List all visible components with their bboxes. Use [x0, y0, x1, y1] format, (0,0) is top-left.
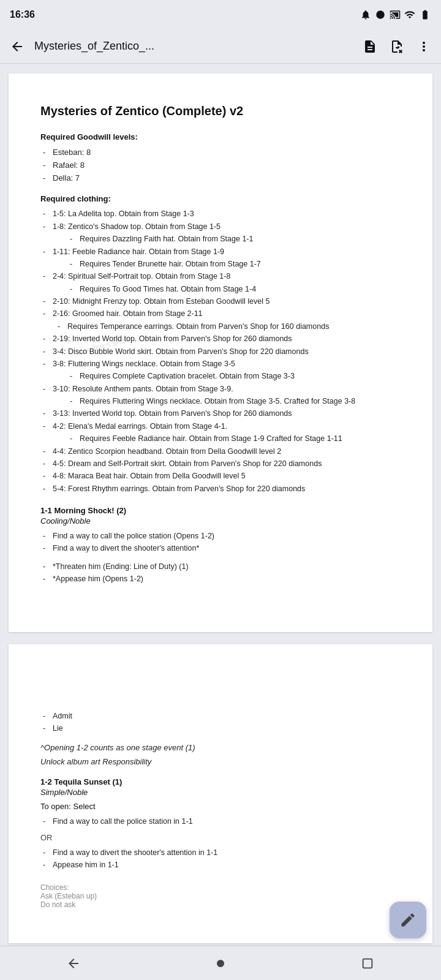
list-item: 2-4: Spiritual Self-Portrait top. Obtain…: [40, 271, 401, 295]
list-item: 3-4: Disco Bubble World skirt. Obtain fr…: [40, 346, 401, 358]
search-icon-button[interactable]: [385, 34, 409, 59]
list-item: Appease him in 1-1: [40, 859, 401, 871]
nav-recents-button[interactable]: [350, 946, 385, 981]
app-bar-actions: [358, 34, 436, 59]
list-item: Lie: [40, 723, 401, 734]
list-item: 5-4: Forest Rhythm earrings. Obtain from…: [40, 483, 401, 495]
nav-back-icon: [66, 956, 81, 971]
list-item: 4-2: Elena's Medal earrings. Obtain from…: [40, 421, 401, 445]
stage-1-2-or-tasks: Find a way to divert the shooter's atten…: [40, 847, 401, 872]
list-item: 1-5: La Adelita top. Obtain from Stage 1…: [40, 208, 401, 220]
list-item: 2-16: Groomed hair. Obtain from Stage 2-…: [40, 308, 401, 320]
list-item: Requires Temperance earrings. Obtain fro…: [40, 321, 401, 333]
choices-sub-1: Ask (Esteban up): [40, 892, 401, 900]
stage-1-1-tasks: Find a way to call the police station (O…: [40, 530, 401, 555]
document-icon-button[interactable]: [358, 34, 382, 59]
nav-recents-icon: [361, 957, 374, 970]
stage-1-2-tasks: Find a way to call the police station in…: [40, 816, 401, 827]
status-bar: 16:36: [0, 0, 441, 29]
status-time: 16:36: [10, 9, 35, 20]
list-item: Requires Dazzling Faith hat. Obtain from…: [53, 233, 401, 245]
search-in-doc-icon: [390, 39, 404, 54]
back-button[interactable]: [5, 34, 29, 59]
clothing-heading: Required clothing:: [40, 194, 401, 203]
list-item: Admit: [40, 710, 401, 722]
list-item: 4-8: Maraca Beat hair. Obtain from Della…: [40, 470, 401, 482]
edit-icon: [399, 911, 417, 929]
nav-back-button[interactable]: [56, 946, 91, 981]
stage-1-1-section: 1-1 Morning Shock! (2) Cooling/Noble Fin…: [40, 506, 401, 586]
list-item: 3-13: Inverted World top. Obtain from Pa…: [40, 408, 401, 420]
goodwill-list: Esteban: 8 Rafael: 8 Della: 7: [40, 146, 401, 184]
unlock-text: Unlock album art Responsibility: [40, 757, 401, 766]
list-item: Requires To Good Times hat. Obtain from …: [53, 284, 401, 295]
notification-icon: [360, 9, 371, 20]
list-item: Find a way to call the police station in…: [40, 816, 401, 827]
more-vert-icon: [417, 39, 431, 54]
fab-edit-button[interactable]: [390, 902, 426, 938]
list-item: *Threaten him (Ending: Line of Duty) (1): [40, 561, 401, 573]
list-item: 3-8: Fluttering Wings necklace. Obtain f…: [40, 358, 401, 383]
stage-1-1-style: Cooling/Noble: [40, 516, 401, 526]
list-item: 1-8: Zentico's Shadow top. Obtain from S…: [40, 221, 401, 246]
or-label: OR: [40, 833, 401, 842]
app-bar-title: Mysteries_of_Zentico_...: [34, 40, 353, 53]
list-item: Requires Fluttering Wings necklace. Obta…: [53, 396, 401, 407]
list-item: Della: 7: [40, 172, 401, 184]
app-bar: Mysteries_of_Zentico_...: [0, 29, 441, 64]
stage-1-2-style: Simple/Noble: [40, 788, 401, 797]
list-item: 1-11: Feeble Radiance hair. Obtain from …: [40, 246, 401, 271]
goodwill-section: Required Goodwill levels: Esteban: 8 Raf…: [40, 132, 401, 184]
list-item: Rafael: 8: [40, 159, 401, 172]
document-container: Mysteries of Zentico (Complete) v2 Requi…: [0, 64, 441, 965]
list-item: 2-10: Midnight Frenzy top. Obtain from E…: [40, 296, 401, 307]
clothing-section: Required clothing: 1-5: La Adelita top. …: [40, 194, 401, 495]
battery-icon: [419, 9, 431, 20]
wifi-icon: [404, 9, 415, 20]
svg-rect-2: [363, 959, 372, 968]
opening-note: ^Opening 1-2 counts as one stage event (…: [40, 743, 401, 752]
svg-point-0: [376, 10, 385, 19]
list-item: Find a way to call the police station (O…: [40, 530, 401, 542]
choices-sub-2: Do not ask: [40, 900, 401, 909]
nav-home-icon: [213, 956, 228, 971]
stage-1-2-heading: 1-2 Tequila Sunset (1): [40, 777, 401, 786]
list-item: *Appease him (Opens 1-2): [40, 573, 401, 585]
document-page-1: Mysteries of Zentico (Complete) v2 Requi…: [9, 74, 432, 632]
list-item: Find a way to divert the shooter's atten…: [40, 847, 401, 859]
circle-status-icon: [375, 9, 386, 20]
choices-label: Choices:: [40, 883, 401, 892]
document-text-icon: [363, 39, 377, 54]
nav-home-button[interactable]: [203, 946, 238, 981]
list-item: Esteban: 8: [40, 146, 401, 159]
more-options-button[interactable]: [412, 34, 436, 59]
document-page-2: Admit Lie ^Opening 1-2 counts as one sta…: [9, 644, 432, 944]
list-item: Requires Complete Captivation bracelet. …: [53, 371, 401, 382]
clothing-list: 1-5: La Adelita top. Obtain from Stage 1…: [40, 208, 401, 495]
list-item: 4-5: Dream and Self-Portrait skirt. Obta…: [40, 458, 401, 470]
stage-1-2-section: 1-2 Tequila Sunset (1) Simple/Noble To o…: [40, 777, 401, 909]
list-item: 4-4: Zentico Scorpion headband. Obtain f…: [40, 446, 401, 458]
stage-1-2-to-open: To open: Select: [40, 802, 401, 811]
list-item: Find a way to divert the shooter's atten…: [40, 543, 401, 554]
svg-point-1: [217, 960, 224, 967]
list-item: 3-10: Resolute Anthem pants. Obtain from…: [40, 383, 401, 408]
goodwill-heading: Required Goodwill levels:: [40, 132, 401, 141]
document-title: Mysteries of Zentico (Complete) v2: [40, 103, 401, 119]
list-item: 2-19: Inverted World top. Obtain from Pa…: [40, 333, 401, 345]
nav-bar: [0, 946, 441, 980]
stage-1-1-heading: 1-1 Morning Shock! (2): [40, 506, 401, 515]
list-item: Requires Tender Brunette hair. Obtain fr…: [53, 258, 401, 270]
stage-1-1-choices: *Threaten him (Ending: Line of Duty) (1)…: [40, 561, 401, 586]
cast-icon: [390, 9, 401, 20]
status-icons: [360, 9, 431, 20]
list-item: Requires Feeble Radiance hair. Obtain fr…: [53, 433, 401, 445]
page2-list: Admit Lie: [40, 710, 401, 735]
